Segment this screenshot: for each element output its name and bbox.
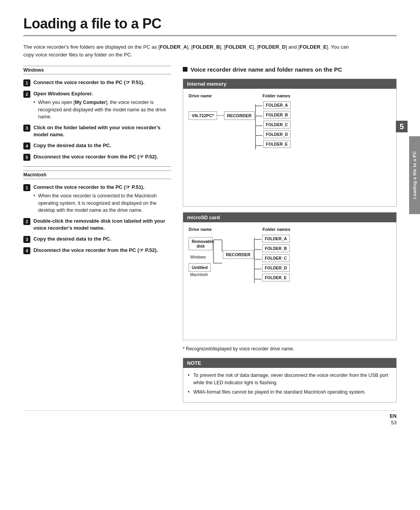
mac-step-1: 1 Connect the voice recorder to the PC (… bbox=[23, 184, 171, 214]
removable-disk-node: Removabledisk bbox=[189, 237, 213, 250]
microsd-content: Drive name Folder names Removabledisk Wi… bbox=[183, 222, 396, 340]
untitled-node: Untitled bbox=[189, 263, 211, 272]
step-num-3: 3 bbox=[23, 125, 30, 132]
windows-header: Windows bbox=[23, 66, 171, 74]
page-footer: EN 53 bbox=[23, 410, 397, 426]
two-col-layout: Windows 1 Connect the voice recorder to … bbox=[23, 66, 397, 403]
internal-memory-content: Drive name Folder names VN-722PC* bbox=[183, 89, 396, 206]
en-label: EN bbox=[390, 413, 397, 419]
mac-step-3-content: Copy the desired data to the PC. bbox=[33, 236, 111, 243]
mac-step-2-content: Double-click the removable disk icon lab… bbox=[33, 218, 171, 232]
mac-step-num-2: 2 bbox=[23, 218, 30, 225]
step-2-content: Open Windows Explorer. When you open [My… bbox=[33, 90, 171, 120]
note-item-2: WMA-format files cannot be played in the… bbox=[188, 389, 392, 396]
page-number: 53 bbox=[391, 420, 397, 426]
intro-paragraph: The voice recorder's five folders are di… bbox=[23, 43, 358, 59]
folder-b-microsd: FOLDER_B bbox=[262, 244, 290, 252]
folder-c-internal: FOLDER_C bbox=[263, 121, 291, 128]
internal-memory-header: Internal memory bbox=[183, 79, 396, 89]
windows-step-2: 2 Open Windows Explorer. When you open [… bbox=[23, 90, 171, 120]
step-2-sub: When you open [My Computer], the voice r… bbox=[33, 99, 171, 120]
step-num-2: 2 bbox=[23, 91, 30, 98]
asterisk-note: * Recognized/displayed by voice recorder… bbox=[183, 346, 397, 352]
internal-col-folders: Folder names bbox=[262, 93, 290, 98]
internal-recorder-node: RECORDER bbox=[224, 111, 255, 120]
internal-memory-box: Internal memory Drive name Folder names … bbox=[183, 79, 397, 207]
right-column: Voice recorder drive name and folder nam… bbox=[183, 66, 397, 403]
mac-step-1-sub: When the voice recorder is connected to … bbox=[33, 192, 171, 213]
step-2-sub-item: When you open [My Computer], the voice r… bbox=[33, 99, 171, 120]
page-title: Loading a file to a PC bbox=[23, 16, 397, 36]
microsd-folders-area: FOLDER_A FOLDER_B FOLDER_C FOLDER_D FOLD… bbox=[254, 234, 281, 335]
internal-drive-node: VN-722PC* bbox=[189, 111, 217, 120]
internal-diagram: VN-722PC* RECORDER bbox=[189, 100, 391, 202]
internal-col-drive: Drive name bbox=[189, 93, 228, 98]
mac-step-2: 2 Double-click the removable disk icon l… bbox=[23, 218, 171, 232]
step-3-content: Click on the folder labeled with your vo… bbox=[33, 124, 171, 138]
folder-b-internal: FOLDER_B bbox=[263, 111, 291, 119]
note-box: NOTE To prevent the risk of data damage,… bbox=[183, 358, 397, 403]
folder-a-internal: FOLDER_A bbox=[263, 101, 291, 109]
step-num-4: 4 bbox=[23, 142, 30, 149]
mac-step-1-sub-item: When the voice recorder is connected to … bbox=[33, 192, 171, 213]
macintosh-header: Macintosh bbox=[23, 171, 171, 179]
microsd-win-drive: Removabledisk bbox=[189, 237, 213, 250]
windows-step-5: 5 Disconnect the voice recorder from the… bbox=[23, 153, 171, 161]
windows-steps: 1 Connect the voice recorder to the PC (… bbox=[23, 79, 171, 161]
page-container: 5 Loading a file to a PC Loading a file … bbox=[0, 0, 420, 510]
microsd-folder-list: FOLDER_A FOLDER_B FOLDER_C FOLDER_D FOLD… bbox=[262, 235, 290, 281]
step-1-content: Connect the voice recorder to the PC (☞ … bbox=[33, 79, 145, 86]
microsd-col-drive: Drive name bbox=[189, 227, 228, 232]
internal-folder-list: FOLDER_A FOLDER_B FOLDER_C FOLDER_D FOLD… bbox=[263, 101, 291, 148]
right-section-heading: Voice recorder drive name and folder nam… bbox=[183, 66, 397, 74]
mac-step-num-1: 1 bbox=[23, 184, 30, 191]
windows-step-3: 3 Click on the folder labeled with your … bbox=[23, 124, 171, 138]
microsd-col-folders: Folder names bbox=[262, 227, 290, 232]
mac-step-3: 3 Copy the desired data to the PC. bbox=[23, 236, 171, 243]
microsd-drives-col: Removabledisk Windows Untitled Macintosh bbox=[189, 234, 213, 277]
note-content: To prevent the risk of data damage, neve… bbox=[183, 368, 396, 402]
internal-recorder-cell: RECORDER bbox=[224, 100, 255, 120]
macintosh-os-label: Macintosh bbox=[190, 273, 213, 277]
step-num-5: 5 bbox=[23, 154, 30, 161]
note-list: To prevent the risk of data damage, neve… bbox=[188, 372, 392, 396]
internal-drive-cell: VN-722PC* bbox=[189, 100, 224, 120]
microsd-header: microSD card bbox=[183, 213, 396, 222]
folder-c-microsd: FOLDER_C bbox=[262, 254, 290, 262]
microsd-col-headers: Drive name Folder names bbox=[189, 227, 391, 232]
mac-step-4-content: Disconnect the voice recorder from the P… bbox=[33, 247, 158, 254]
microsd-recorder-node: RECORDER bbox=[223, 250, 254, 259]
folder-a-microsd: FOLDER_A bbox=[262, 235, 290, 243]
right-heading-text: Voice recorder drive name and folder nam… bbox=[191, 66, 342, 74]
microsd-mac-drive: Untitled bbox=[189, 263, 213, 272]
folder-e-microsd: FOLDER_E bbox=[262, 274, 290, 281]
folder-e-internal: FOLDER_E bbox=[263, 140, 291, 148]
folder-d-microsd: FOLDER_D bbox=[262, 264, 290, 272]
microsd-left-connector bbox=[213, 234, 223, 274]
microsd-tree-svg bbox=[254, 234, 262, 288]
microsd-recorder-cell: RECORDER bbox=[223, 234, 254, 259]
square-bullet-icon bbox=[183, 67, 187, 72]
step-num-1: 1 bbox=[23, 79, 30, 86]
macintosh-steps: 1 Connect the voice recorder to the PC (… bbox=[23, 184, 171, 254]
os-divider bbox=[23, 166, 171, 167]
chapter-number: 5 bbox=[396, 121, 408, 132]
sidebar-tab: Loading a file to a PC bbox=[409, 136, 420, 214]
internal-folders-area: FOLDER_A FOLDER_B FOLDER_C FOLDER_D FOLD… bbox=[255, 100, 282, 202]
note-header: NOTE bbox=[183, 358, 396, 368]
h-conn-1 bbox=[217, 115, 224, 116]
step-5-content: Disconnect the voice recorder from the P… bbox=[33, 153, 158, 160]
mac-step-1-content: Connect the voice recorder to the PC (☞ … bbox=[33, 184, 171, 214]
microsd-diagram: Removabledisk Windows Untitled Macintosh bbox=[189, 234, 391, 335]
mac-step-num-4: 4 bbox=[23, 247, 30, 254]
step-4-content: Copy the desired data to the PC. bbox=[33, 142, 111, 149]
mac-step-4: 4 Disconnect the voice recorder from the… bbox=[23, 247, 171, 254]
windows-os-label: Windows bbox=[190, 255, 213, 259]
mac-step-num-3: 3 bbox=[23, 236, 30, 243]
microsd-box: microSD card Drive name Folder names Rem… bbox=[183, 212, 397, 340]
folder-d-internal: FOLDER_D bbox=[263, 130, 291, 138]
internal-col-headers: Drive name Folder names bbox=[189, 93, 391, 98]
windows-step-4: 4 Copy the desired data to the PC. bbox=[23, 142, 171, 149]
tree-svg bbox=[255, 100, 263, 155]
left-column: Windows 1 Connect the voice recorder to … bbox=[23, 66, 171, 260]
